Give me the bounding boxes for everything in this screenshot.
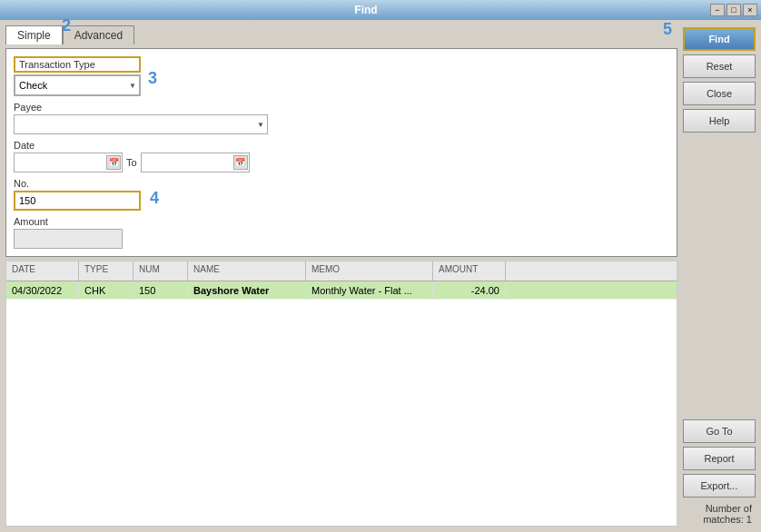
cell-amount: -24.00 bbox=[433, 281, 506, 299]
cell-type: CHK bbox=[79, 281, 133, 299]
col-amount: AMOUNT bbox=[433, 261, 506, 281]
minimize-button[interactable]: − bbox=[710, 4, 725, 16]
no-input[interactable] bbox=[14, 191, 141, 211]
to-label: To bbox=[126, 157, 137, 168]
transaction-type-label: Transaction Type bbox=[14, 56, 141, 73]
no-label: No. bbox=[14, 178, 669, 189]
payee-label: Payee bbox=[14, 102, 669, 113]
amount-label: Amount bbox=[14, 216, 669, 227]
export-button[interactable]: Export... bbox=[683, 474, 756, 498]
badge-2: 2 bbox=[62, 16, 71, 35]
cell-memo: Monthly Water - Flat ... bbox=[306, 281, 433, 299]
payee-dropdown-arrow-icon: ▼ bbox=[257, 121, 264, 129]
amount-input[interactable] bbox=[14, 229, 123, 249]
tab-simple[interactable]: Simple bbox=[5, 25, 63, 44]
date-label: Date bbox=[14, 140, 669, 151]
col-memo: MEMO bbox=[306, 261, 433, 281]
maximize-button[interactable]: □ bbox=[726, 4, 741, 16]
tab-advanced[interactable]: Advanced bbox=[63, 25, 134, 44]
table-header: DATE TYPE NUM NAME MEMO AMOUNT bbox=[6, 261, 677, 281]
payee-input[interactable] bbox=[14, 114, 268, 134]
table-body: 04/30/2022 CHK 150 Bayshore Water Monthl… bbox=[6, 281, 677, 526]
badge-3: 3 bbox=[148, 69, 157, 88]
col-date: DATE bbox=[6, 261, 79, 281]
close-window-button[interactable]: × bbox=[743, 4, 757, 16]
goto-button[interactable]: Go To bbox=[683, 419, 756, 443]
find-button[interactable]: Find bbox=[683, 27, 756, 51]
cell-date: 04/30/2022 bbox=[6, 281, 79, 299]
col-type: TYPE bbox=[79, 261, 133, 281]
col-num: NUM bbox=[133, 261, 188, 281]
col-name: NAME bbox=[188, 261, 306, 281]
calendar-from-icon[interactable]: 📅 bbox=[106, 155, 121, 170]
status-text: Number of matches: 1 bbox=[683, 501, 756, 527]
badge-5: 5 bbox=[663, 20, 672, 39]
badge-4: 4 bbox=[150, 189, 159, 208]
report-button[interactable]: Report bbox=[683, 447, 756, 470]
calendar-to-icon[interactable]: 📅 bbox=[233, 155, 248, 170]
table-row[interactable]: 04/30/2022 CHK 150 Bayshore Water Monthl… bbox=[6, 281, 677, 300]
title-bar-controls: − □ × bbox=[710, 4, 757, 16]
transaction-type-select[interactable]: CheckDepositTransferBillInvoice bbox=[15, 75, 140, 95]
reset-button[interactable]: Reset bbox=[683, 54, 756, 78]
close-button[interactable]: Close bbox=[683, 82, 756, 105]
title-bar-title: Find bbox=[22, 4, 710, 16]
title-bar: Find − □ × bbox=[0, 0, 761, 20]
help-button[interactable]: Help bbox=[683, 109, 756, 133]
cell-name: Bayshore Water bbox=[188, 281, 306, 299]
cell-num: 150 bbox=[133, 281, 188, 299]
